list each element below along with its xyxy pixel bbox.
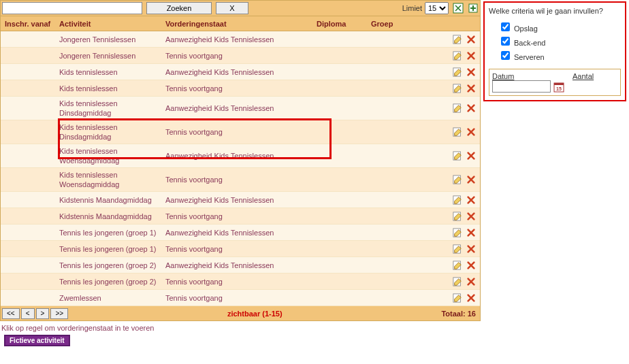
bottom-fields: Datum 15 Aantal — [489, 69, 621, 96]
delete-icon[interactable] — [466, 228, 476, 237]
edit-icon[interactable] — [453, 293, 462, 303]
cell-activiteit: Kids tennislessen Dinsdagmiddag — [59, 122, 165, 142]
table-row[interactable]: Tennis les jongeren (groep 1)Tennis voor… — [1, 241, 480, 257]
visible-text: zichtbaar (1-15) — [68, 310, 441, 318]
cell-vorderingenstaat: Tennis voortgang — [165, 245, 317, 253]
edit-icon[interactable] — [453, 277, 462, 286]
criteria-item[interactable]: Opslag — [498, 20, 621, 33]
cell-activiteit: Kids tennislessen Woensdagmiddag — [59, 170, 165, 189]
datum-input[interactable] — [492, 80, 551, 93]
row-actions — [453, 175, 480, 184]
limiet-select[interactable]: 15 — [425, 2, 449, 14]
table-row[interactable]: Tennis les jongeren (groep 2)Tennis voor… — [1, 274, 480, 290]
row-actions — [453, 293, 480, 303]
cell-vorderingenstaat: Aanwezigheid Kids Tennislessen — [165, 35, 317, 44]
pager-last[interactable]: >> — [50, 308, 68, 319]
header-vorderingenstaat[interactable]: Vorderingenstaat — [165, 20, 317, 28]
criteria-panel: Welke criteria wil je gaan invullen? Ops… — [483, 1, 626, 101]
cell-vorderingenstaat: Aanwezigheid Kids Tennislessen — [165, 104, 317, 112]
row-actions — [453, 244, 480, 254]
criteria-checkbox[interactable] — [501, 22, 510, 31]
delete-icon[interactable] — [466, 127, 476, 137]
cell-vorderingenstaat: Aanwezigheid Kids Tennislessen — [165, 152, 317, 160]
cell-activiteit: Kids tennislessen Dinsdagmiddag — [59, 99, 165, 118]
cell-activiteit: Tennis les jongeren (groep 2) — [59, 277, 165, 286]
delete-icon[interactable] — [466, 67, 476, 77]
table-row[interactable]: Kids tennislessen WoensdagmiddagTennis v… — [1, 168, 480, 192]
zoeken-button[interactable]: Zoeken — [146, 2, 212, 14]
criteria-label: Opslag — [514, 24, 538, 33]
edit-icon[interactable] — [453, 35, 462, 44]
criteria-item[interactable]: Serveren — [498, 49, 621, 62]
table-row[interactable]: Kids tennislessen DinsdagmiddagAanwezigh… — [1, 97, 480, 120]
edit-icon[interactable] — [453, 261, 462, 270]
criteria-checkbox[interactable] — [501, 37, 510, 46]
header-activiteit[interactable]: Activiteit — [59, 20, 165, 28]
clear-button[interactable]: X — [216, 2, 248, 14]
limiet-label: Limiet — [402, 4, 425, 12]
delete-icon[interactable] — [466, 151, 476, 161]
table-row[interactable]: Kidstennis MaandagmiddagAanwezigheid Kid… — [1, 192, 480, 208]
criteria-checkbox[interactable] — [501, 51, 510, 60]
instruction-text: Klik op regel om vorderingenstaat in te … — [0, 321, 481, 335]
export-excel-icon[interactable] — [453, 3, 464, 14]
add-icon[interactable] — [468, 3, 479, 14]
cell-activiteit: Kidstennis Maandagmiddag — [59, 195, 165, 205]
cell-vorderingenstaat: Tennis voortgang — [165, 52, 317, 60]
table-row[interactable]: Kids tennislessen WoensdagmiddagAanwezig… — [1, 144, 480, 168]
row-actions — [453, 195, 480, 205]
svg-text:15: 15 — [556, 86, 562, 91]
header-groep[interactable]: Groep — [371, 20, 412, 28]
cell-vorderingenstaat: Aanwezigheid Kids Tennislessen — [165, 196, 317, 204]
edit-icon[interactable] — [453, 151, 462, 161]
calendar-icon[interactable]: 15 — [553, 82, 564, 93]
table-row[interactable]: ZwemlessenTennis voortgang — [1, 290, 480, 306]
delete-icon[interactable] — [466, 51, 476, 61]
header-diploma[interactable]: Diploma — [317, 20, 371, 28]
cell-vorderingenstaat: Tennis voortgang — [165, 176, 317, 184]
edit-icon[interactable] — [453, 195, 462, 205]
table-row[interactable]: Jongeren TennislessenAanwezigheid Kids T… — [1, 31, 480, 48]
fictieve-activiteit-button[interactable]: Fictieve activiteit — [4, 335, 70, 346]
cell-activiteit: Kids tennislessen — [59, 84, 165, 93]
delete-icon[interactable] — [466, 244, 476, 254]
row-actions — [453, 212, 480, 221]
row-actions — [453, 103, 480, 113]
cell-activiteit: Zwemlessen — [59, 293, 165, 303]
edit-icon[interactable] — [453, 228, 462, 237]
delete-icon[interactable] — [466, 103, 476, 113]
delete-icon[interactable] — [466, 277, 476, 286]
edit-icon[interactable] — [453, 244, 462, 254]
edit-icon[interactable] — [453, 51, 462, 61]
delete-icon[interactable] — [466, 35, 476, 44]
edit-icon[interactable] — [453, 212, 462, 221]
criteria-item[interactable]: Back-end — [498, 35, 621, 48]
table-header: Inschr. vanaf Activiteit Vorderingenstaa… — [0, 16, 481, 31]
edit-icon[interactable] — [453, 127, 462, 137]
pager-next[interactable]: > — [36, 308, 50, 319]
table-row[interactable]: Kids tennislessenAanwezigheid Kids Tenni… — [1, 64, 480, 80]
delete-icon[interactable] — [466, 212, 476, 221]
delete-icon[interactable] — [466, 293, 476, 303]
delete-icon[interactable] — [466, 261, 476, 270]
edit-icon[interactable] — [453, 67, 462, 77]
table-row[interactable]: Kids tennislessenTennis voortgang — [1, 80, 480, 97]
edit-icon[interactable] — [453, 103, 462, 113]
edit-icon[interactable] — [453, 175, 462, 184]
row-actions — [453, 84, 480, 93]
delete-icon[interactable] — [466, 175, 476, 184]
table-row[interactable]: Jongeren TennislessenTennis voortgang — [1, 48, 480, 64]
delete-icon[interactable] — [466, 84, 476, 93]
search-input[interactable] — [2, 2, 142, 14]
pager-first[interactable]: << — [2, 308, 20, 319]
pager-prev[interactable]: < — [21, 308, 35, 319]
header-inschr[interactable]: Inschr. vanaf — [1, 20, 59, 28]
edit-icon[interactable] — [453, 84, 462, 93]
table-row[interactable]: Tennis les jongeren (groep 1)Aanwezighei… — [1, 225, 480, 241]
delete-icon[interactable] — [466, 195, 476, 205]
table-row[interactable]: Kidstennis MaandagmiddagTennis voortgang — [1, 208, 480, 225]
table-row[interactable]: Kids tennislessen DinsdagmiddagTennis vo… — [1, 120, 480, 144]
cell-vorderingenstaat: Aanwezigheid Kids Tennislessen — [165, 229, 317, 237]
datum-label: Datum — [492, 72, 551, 80]
table-row[interactable]: Tennis les jongeren (groep 2)Aanwezighei… — [1, 257, 480, 274]
